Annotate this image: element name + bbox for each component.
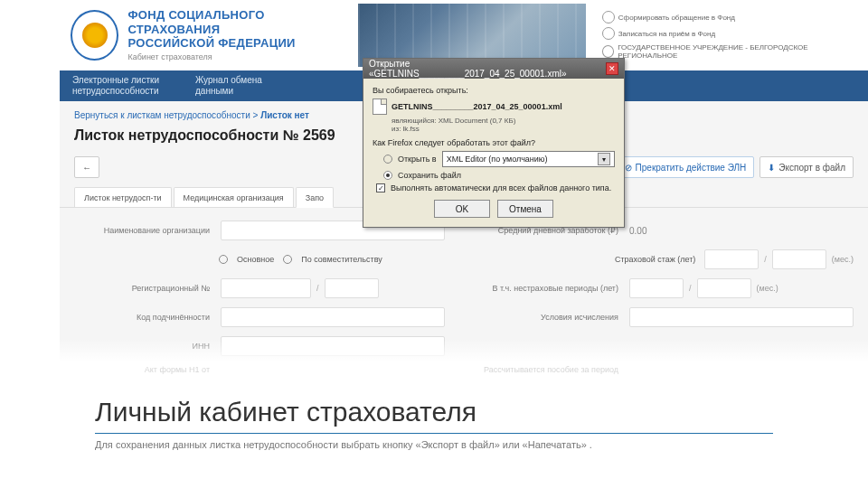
dialog-filename: GETLNINS_________2017_04_25_00001.xml — [392, 102, 562, 111]
building-icon — [602, 45, 614, 58]
file-icon — [373, 99, 387, 115]
dialog-question: Как Firefox следует обработать этот файл… — [373, 138, 615, 147]
chevron-down-icon: ▾ — [598, 153, 610, 165]
nav-journal[interactable]: Журнал обмена данными — [195, 75, 262, 97]
back-button[interactable]: ← — [74, 156, 99, 178]
label-nestrah: В т.ч. нестраховые периоды (лет) — [456, 284, 618, 293]
dialog-from: из: lk.fss — [392, 125, 615, 133]
slide-subtitle: Для сохранения данных листка нетрудоспос… — [95, 439, 773, 450]
value-daily: 0.00 — [629, 226, 854, 236]
radio-open-with[interactable] — [383, 155, 392, 164]
input-stazh-months[interactable] — [772, 249, 826, 269]
input-nestrah-y[interactable] — [629, 278, 684, 298]
nav-eln[interactable]: Электронные листки нетрудоспособности — [72, 75, 159, 97]
label-usl: Условия исчисления — [456, 313, 618, 322]
label-period: Рассчитывается пособие за период — [456, 365, 618, 374]
header-subtitle: Кабинет страхователя — [127, 52, 348, 62]
dialog-title: Открытие «GETLNINS_________2017_04_25_00… — [369, 59, 606, 79]
breadcrumb-back[interactable]: Вернуться к листкам нетрудоспособности — [74, 110, 250, 120]
download-icon: ⬇ — [768, 163, 775, 173]
radio-sov[interactable] — [283, 255, 292, 264]
slide-title: Личный кабинет страхователя — [95, 397, 773, 427]
pencil-icon — [602, 11, 615, 23]
radio-main[interactable] — [219, 255, 228, 264]
stop-eln-button[interactable]: ⊘Прекратить действие ЭЛН — [617, 156, 755, 178]
browser-screenshot: ФОНД СОЦИАЛЬНОГО СТРАХОВАНИЯ РОССИЙСКОЙ … — [60, 0, 868, 361]
ok-button[interactable]: OK — [434, 200, 490, 218]
input-usl[interactable] — [629, 307, 854, 327]
label-stazh: Страховой стаж (лет) — [560, 255, 695, 264]
input-reg-2[interactable] — [325, 278, 379, 298]
checkbox-auto[interactable]: ✓ — [376, 183, 385, 192]
export-button[interactable]: ⬇Экспорт в файл — [760, 156, 854, 178]
tab-eln[interactable]: Листок нетрудосп-ти — [74, 187, 172, 207]
stop-icon: ⊘ — [625, 163, 632, 173]
radio-save-file[interactable] — [383, 171, 392, 180]
slide-divider — [95, 433, 773, 434]
link-institution[interactable]: ГОСУДАРСТВЕННОЕ УЧРЕЖДЕНИЕ - БЕЛГОРОДСКО… — [602, 43, 857, 60]
dialog-titlebar[interactable]: Открытие «GETLNINS_________2017_04_25_00… — [363, 59, 624, 79]
slide-caption: Личный кабинет страхователя Для сохранен… — [95, 397, 773, 450]
tab-med-org[interactable]: Медицинская организация — [174, 187, 294, 207]
close-icon[interactable]: ✕ — [606, 62, 618, 75]
label-org: Наименование организации — [74, 226, 210, 235]
input-reg-1[interactable] — [221, 278, 311, 298]
label-reg: Регистрационный № — [74, 284, 210, 293]
header-title-2: РОССИЙСКОЙ ФЕДЕРАЦИИ — [127, 36, 348, 51]
dialog-type: являющийся: XML Document (0,7 КБ) — [392, 117, 615, 125]
app-select[interactable]: XML Editor (по умолчанию) ▾ — [442, 151, 615, 167]
input-stazh-years[interactable] — [704, 249, 759, 269]
input-kod[interactable] — [221, 307, 445, 327]
dialog-prompt: Вы собираетесь открыть: — [373, 86, 615, 95]
fss-logo — [71, 10, 118, 61]
cancel-button[interactable]: Отмена — [497, 200, 553, 218]
link-appointment[interactable]: Записаться на приём в Фонд — [602, 27, 857, 40]
input-nestrah-m[interactable] — [697, 278, 751, 298]
calendar-icon — [602, 27, 615, 40]
file-open-dialog: Открытие «GETLNINS_________2017_04_25_00… — [363, 58, 625, 228]
label-kod: Код подчинённости — [74, 313, 210, 322]
breadcrumb-current: Листок нет — [260, 110, 309, 120]
header-title-1: ФОНД СОЦИАЛЬНОГО СТРАХОВАНИЯ — [127, 8, 348, 36]
header-links: Сформировать обращение в Фонд Записаться… — [595, 11, 857, 60]
link-appeal[interactable]: Сформировать обращение в Фонд — [602, 11, 857, 23]
label-akt: Акт формы Н1 от — [74, 365, 210, 374]
tab-fill[interactable]: Запо — [296, 187, 334, 208]
arrow-left-icon: ← — [82, 163, 91, 173]
